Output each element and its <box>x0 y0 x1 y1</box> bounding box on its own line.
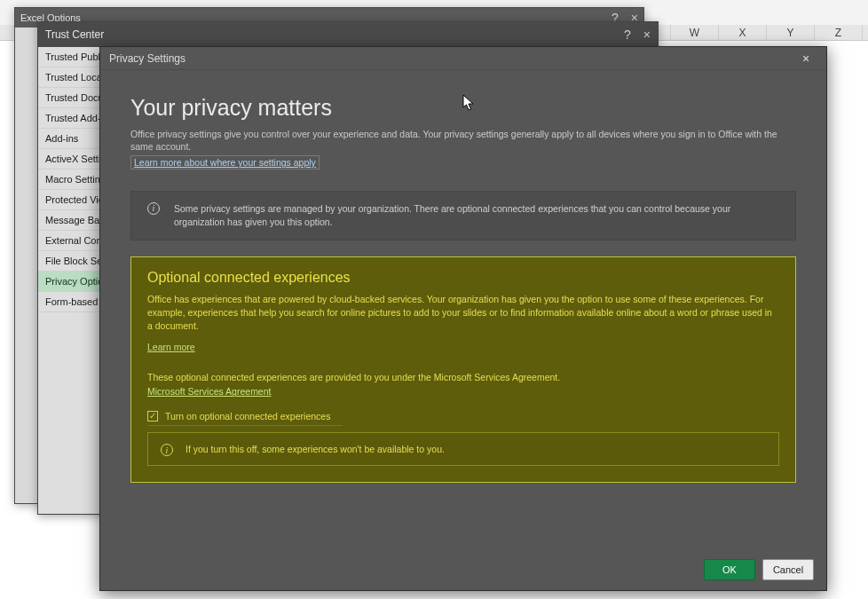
checkbox-label: Turn on optional connected experiences <box>165 411 330 422</box>
org-managed-notice: i Some privacy settings are managed by y… <box>130 191 796 240</box>
dialog-footer: OK Cancel <box>100 549 826 590</box>
msa-link[interactable]: Microsoft Services Agreement <box>147 386 271 397</box>
checkbox-icon[interactable]: ✓ <box>147 411 158 422</box>
ok-button[interactable]: OK <box>704 559 755 580</box>
close-icon[interactable]: × <box>794 50 817 67</box>
col-header: W <box>671 25 719 40</box>
optional-experiences-panel: Optional connected experiences Office ha… <box>130 256 796 484</box>
help-icon[interactable]: ? <box>624 28 631 42</box>
col-header: X <box>719 25 767 40</box>
privacy-settings-dialog: Privacy Settings × Your privacy matters … <box>99 46 827 591</box>
trust-center-titlebar: Trust Center ? × <box>38 22 658 47</box>
optional-title: Optional connected experiences <box>147 270 779 286</box>
optional-experiences-checkbox[interactable]: ✓ Turn on optional connected experiences <box>147 411 779 422</box>
provided-under-text: These optional connected experiences are… <box>147 372 779 382</box>
cancel-button[interactable]: Cancel <box>762 559 814 580</box>
privacy-subtext: Office privacy settings give you control… <box>130 128 796 153</box>
close-icon[interactable]: × <box>643 28 651 42</box>
privacy-titlebar: Privacy Settings × <box>100 47 826 70</box>
trust-center-title: Trust Center <box>45 28 104 41</box>
col-header: Z <box>815 25 863 40</box>
org-notice-text: Some privacy settings are managed by you… <box>174 203 730 227</box>
privacy-title: Privacy Settings <box>109 52 185 65</box>
turn-off-text: If you turn this off, some experiences w… <box>185 444 445 454</box>
optional-body: Office has experiences that are powered … <box>147 293 779 334</box>
learn-where-link[interactable]: Learn more about where your settings app… <box>130 155 320 169</box>
info-icon: i <box>147 202 160 215</box>
privacy-heading: Your privacy matters <box>130 95 796 121</box>
turn-off-notice: i If you turn this off, some experiences… <box>147 432 779 466</box>
annotation-underline <box>147 425 343 426</box>
info-icon: i <box>161 444 173 456</box>
col-header: Y <box>767 25 815 40</box>
learn-more-link[interactable]: Learn more <box>147 342 195 352</box>
